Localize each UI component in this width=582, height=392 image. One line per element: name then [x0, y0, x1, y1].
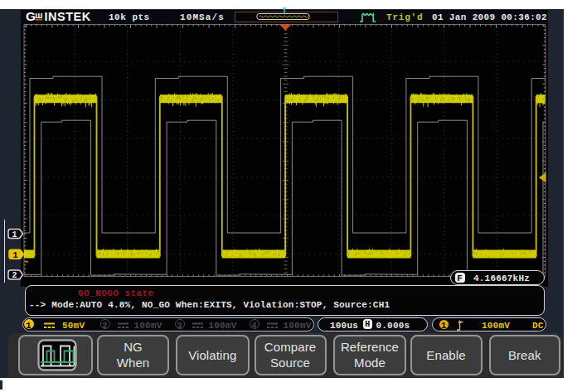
svg-text:1: 1 [12, 230, 17, 240]
svg-text:1: 1 [12, 251, 17, 260]
svg-text:2: 2 [12, 271, 17, 280]
